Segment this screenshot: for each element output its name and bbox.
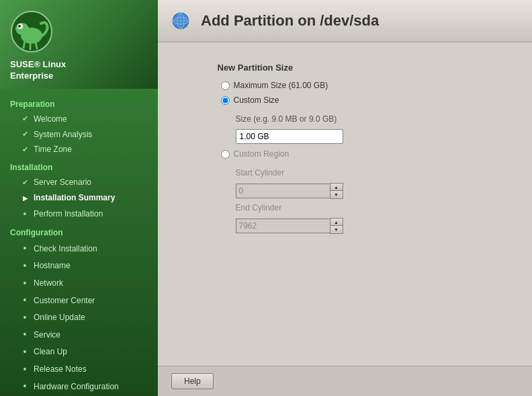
online-update-bullet-icon — [20, 311, 30, 325]
sidebar-logo: SUSE® Linux Enterprise — [0, 0, 158, 89]
sidebar-item-welcome[interactable]: Welcome — [0, 112, 158, 127]
release-notes-label: Release Notes — [34, 364, 87, 375]
end-cylinder-down-button[interactable]: ▼ — [330, 226, 343, 233]
max-size-radio[interactable] — [221, 81, 230, 90]
service-bullet-icon — [20, 328, 30, 342]
custom-size-option[interactable]: Custom Size — [221, 95, 473, 105]
sidebar-item-customer-center[interactable]: Customer Center — [0, 292, 158, 309]
end-cylinder-spinner-buttons: ▲ ▼ — [330, 218, 343, 234]
new-partition-size-title: New Partition Size — [218, 63, 473, 73]
custom-region-label: Custom Region — [234, 149, 290, 159]
sidebar-item-release-notes[interactable]: Release Notes — [0, 361, 158, 379]
sidebar-item-service[interactable]: Service — [0, 326, 158, 344]
brand-name: SUSE® Linux Enterprise — [10, 59, 66, 82]
help-button[interactable]: Help — [171, 373, 214, 389]
end-cylinder-up-button[interactable]: ▲ — [330, 219, 343, 226]
customer-center-bullet-icon — [20, 294, 30, 307]
main-panel: Add Partition on /dev/sda New Partition … — [158, 0, 532, 396]
sidebar-item-hostname[interactable]: Hostname — [0, 258, 158, 275]
customer-center-label: Customer Center — [34, 295, 95, 307]
clean-up-label: Clean Up — [34, 346, 67, 358]
end-cylinder-spinner: ▲ ▼ — [236, 218, 473, 234]
system-analysis-check-icon — [20, 129, 30, 139]
custom-region-subsection: Start Cylinder ▲ ▼ End Cylinder ▲ ▼ — [236, 168, 473, 234]
server-scenario-check-icon — [20, 177, 30, 188]
svg-line-7 — [36, 42, 37, 48]
panel-title: Add Partition on /dev/sda — [201, 12, 379, 30]
panel-footer: Help — [158, 366, 532, 396]
start-cylinder-spinner-buttons: ▲ ▼ — [330, 183, 343, 199]
time-zone-label: Time Zone — [34, 144, 72, 155]
sidebar-item-system-analysis[interactable]: System Analysis — [0, 127, 158, 143]
start-cylinder-label: Start Cylinder — [236, 168, 473, 177]
size-hint-label: Size (e.g. 9.0 MB or 9.0 GB) — [236, 114, 473, 124]
custom-size-radio[interactable] — [221, 96, 230, 105]
partition-icon — [171, 10, 193, 32]
perform-installation-bullet-icon — [20, 208, 30, 221]
time-zone-check-icon — [20, 145, 30, 155]
hardware-configuration-bullet-icon — [20, 380, 30, 393]
sidebar-item-time-zone[interactable]: Time Zone — [0, 142, 158, 157]
custom-size-subsection: Size (e.g. 9.0 MB or 9.0 GB) — [236, 114, 473, 144]
sidebar-item-network[interactable]: Network — [0, 275, 158, 292]
custom-region-option[interactable]: Custom Region — [221, 149, 473, 159]
sidebar-item-check-installation[interactable]: Check Installation — [0, 240, 158, 258]
release-notes-bullet-icon — [20, 363, 30, 377]
svg-line-5 — [24, 41, 25, 48]
check-installation-label: Check Installation — [34, 243, 97, 255]
sidebar-nav: Preparation Welcome System Analysis Time… — [0, 89, 158, 396]
hostname-bullet-icon — [20, 260, 30, 273]
partition-form: New Partition Size Maximum Size (61.00 G… — [218, 63, 473, 234]
panel-header: Add Partition on /dev/sda — [158, 0, 532, 42]
sidebar-item-clean-up[interactable]: Clean Up — [0, 344, 158, 361]
hardware-configuration-label: Hardware Configuration — [34, 381, 119, 393]
end-cylinder-label: End Cylinder — [236, 203, 473, 212]
check-installation-bullet-icon — [20, 242, 30, 255]
custom-size-label: Custom Size — [234, 95, 279, 105]
sidebar-item-hardware-configuration[interactable]: Hardware Configuration — [0, 378, 158, 395]
sidebar: SUSE® Linux Enterprise Preparation Welco… — [0, 0, 158, 396]
network-label: Network — [34, 278, 63, 289]
sidebar-item-installation-summary[interactable]: Installation Summary — [0, 190, 158, 206]
custom-region-radio[interactable] — [221, 150, 230, 159]
installation-summary-arrow-icon — [20, 193, 30, 203]
server-scenario-label: Server Scenario — [34, 177, 91, 188]
nav-section-installation: Installation — [0, 157, 158, 175]
installation-summary-label: Installation Summary — [34, 192, 115, 204]
start-cylinder-spinner: ▲ ▼ — [236, 183, 473, 199]
max-size-option[interactable]: Maximum Size (61.00 GB) — [221, 81, 473, 90]
system-analysis-label: System Analysis — [34, 129, 92, 141]
end-cylinder-input[interactable] — [236, 219, 330, 233]
service-label: Service — [34, 329, 60, 341]
hostname-label: Hostname — [34, 260, 71, 272]
svg-point-4 — [18, 25, 21, 28]
start-cylinder-up-button[interactable]: ▲ — [330, 184, 343, 191]
welcome-label: Welcome — [34, 114, 67, 125]
perform-installation-label: Perform Installation — [34, 208, 103, 220]
suse-logo-icon — [10, 10, 54, 54]
nav-section-preparation: Preparation — [0, 94, 158, 112]
partition-size-options: Maximum Size (61.00 GB) Custom Size Size… — [221, 81, 473, 234]
sidebar-item-perform-installation[interactable]: Perform Installation — [0, 206, 158, 223]
clean-up-bullet-icon — [20, 346, 30, 359]
start-cylinder-input[interactable] — [236, 184, 330, 198]
network-bullet-icon — [20, 277, 30, 290]
welcome-check-icon — [20, 114, 30, 124]
size-input[interactable] — [236, 129, 343, 144]
start-cylinder-down-button[interactable]: ▼ — [330, 191, 343, 198]
online-update-label: Online Update — [34, 312, 85, 323]
max-size-label: Maximum Size (61.00 GB) — [234, 81, 328, 90]
sidebar-item-server-scenario[interactable]: Server Scenario — [0, 175, 158, 190]
sidebar-item-online-update[interactable]: Online Update — [0, 309, 158, 327]
nav-section-configuration: Configuration — [0, 223, 158, 240]
panel-content: New Partition Size Maximum Size (61.00 G… — [158, 42, 532, 366]
